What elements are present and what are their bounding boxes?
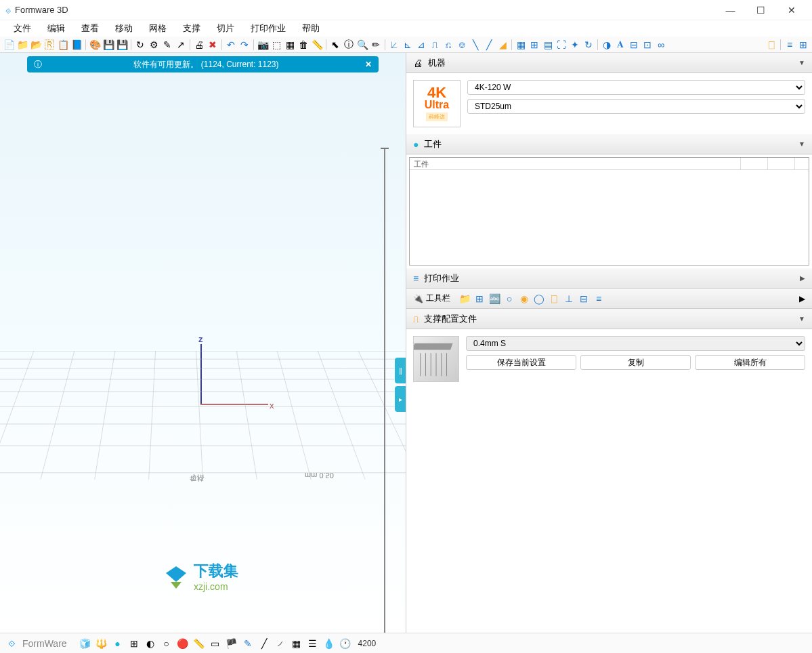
right-tool3-icon[interactable]: ⊞ bbox=[797, 39, 809, 51]
tb-icon-1[interactable]: 📁 bbox=[458, 293, 471, 305]
clock-icon[interactable]: 🕐 bbox=[339, 637, 351, 650]
angle3-icon[interactable]: ⊿ bbox=[415, 39, 427, 51]
side-tab-2[interactable]: ▸ bbox=[395, 386, 406, 412]
fork-icon[interactable]: 🔱 bbox=[95, 637, 108, 650]
flag-icon[interactable]: 🏴 bbox=[226, 637, 238, 650]
grid-icon[interactable]: ⊞ bbox=[128, 637, 140, 650]
notification-close-icon[interactable]: ✕ bbox=[365, 60, 372, 69]
trash-icon[interactable]: 🗑 bbox=[297, 39, 309, 51]
machine-select[interactable]: 4K-120 W bbox=[467, 80, 805, 95]
export-icon[interactable]: ↗ bbox=[175, 39, 187, 51]
angle2-icon[interactable]: ⊾ bbox=[402, 39, 414, 51]
grid3-icon[interactable]: ▤ bbox=[542, 39, 554, 51]
maximize-button[interactable]: ☐ bbox=[746, 0, 776, 20]
grid2-icon[interactable]: ⊞ bbox=[528, 39, 540, 51]
grid2-icon[interactable]: ▦ bbox=[291, 637, 303, 650]
measure-icon[interactable]: 📏 bbox=[311, 39, 323, 51]
support2-icon[interactable]: ⎌ bbox=[442, 39, 454, 51]
undo-icon[interactable]: ↶ bbox=[225, 39, 237, 51]
menu-mesh[interactable]: 网格 bbox=[141, 20, 175, 37]
print-icon[interactable]: 🖨 bbox=[193, 39, 205, 51]
line-icon[interactable]: ╱ bbox=[258, 637, 270, 650]
gear-icon[interactable]: ⚙ bbox=[148, 39, 160, 51]
slider-icon[interactable]: ◐ bbox=[144, 637, 156, 650]
tb-icon-6[interactable]: ◯ bbox=[533, 293, 545, 305]
book-icon[interactable]: 📘 bbox=[70, 39, 83, 51]
tb-icon-4[interactable]: ○ bbox=[503, 293, 515, 305]
drop-icon[interactable]: 💧 bbox=[323, 637, 335, 650]
expand-icon[interactable]: ▶ bbox=[800, 274, 805, 282]
save-settings-button[interactable]: 保存当前设置 bbox=[466, 355, 576, 370]
grid5-icon[interactable]: ✦ bbox=[569, 39, 581, 51]
tb-icon-10[interactable]: ≡ bbox=[593, 293, 605, 305]
right-tool1-icon[interactable]: ⎕ bbox=[765, 39, 777, 51]
minimize-button[interactable]: — bbox=[715, 0, 746, 20]
tb-icon-9[interactable]: ⊟ bbox=[578, 293, 590, 305]
panel-printjob-header[interactable]: ≡ 打印作业 ▶ bbox=[406, 268, 812, 289]
support4-icon[interactable]: ╲ bbox=[469, 39, 482, 51]
save-icon[interactable]: 💾 bbox=[102, 39, 114, 51]
palette-icon[interactable]: 🎨 bbox=[89, 39, 101, 51]
slash-icon[interactable]: ⟋ bbox=[274, 637, 286, 650]
delete-icon[interactable]: ✖ bbox=[207, 39, 219, 51]
support5-icon[interactable]: ╱ bbox=[483, 39, 495, 51]
panel-support-header[interactable]: ⎍ 支撑配置文件 ▼ bbox=[406, 309, 812, 329]
project-icon[interactable]: 📋 bbox=[57, 39, 69, 51]
support1-icon[interactable]: ⎍ bbox=[429, 39, 441, 51]
menu-file[interactable]: 文件 bbox=[5, 20, 39, 37]
select-icon[interactable]: ⬚ bbox=[270, 39, 282, 51]
edit-all-button[interactable]: 编辑所有 bbox=[695, 355, 805, 370]
profile-select[interactable]: STD25um bbox=[467, 99, 805, 114]
menu-slice[interactable]: 切片 bbox=[209, 20, 242, 37]
tb-icon-7[interactable]: ⎕ bbox=[548, 293, 560, 305]
close-button[interactable]: ✕ bbox=[776, 0, 807, 20]
expand-icon[interactable]: ▶ bbox=[799, 294, 805, 303]
search-icon[interactable]: 🔍 bbox=[356, 39, 368, 51]
collapse-icon[interactable]: ▼ bbox=[798, 59, 805, 66]
tb-icon-2[interactable]: ⊞ bbox=[473, 293, 486, 305]
new-icon[interactable]: 📄 bbox=[3, 39, 15, 51]
copy-button[interactable]: 复制 bbox=[580, 355, 691, 370]
side-tab-1[interactable]: ‖ bbox=[395, 358, 406, 383]
menu-view[interactable]: 查看 bbox=[73, 20, 107, 37]
open-plus-icon[interactable]: 📂 bbox=[30, 39, 42, 51]
angle1-icon[interactable]: ⟀ bbox=[388, 39, 400, 51]
tb-icon-8[interactable]: ⊥ bbox=[563, 293, 575, 305]
menu-printjob[interactable]: 打印作业 bbox=[242, 20, 294, 37]
recent-icon[interactable]: 🇷 bbox=[43, 39, 56, 51]
saveas-icon[interactable]: 💾 bbox=[116, 39, 128, 51]
parts-table[interactable]: 工件 bbox=[409, 157, 809, 266]
tb-icon-5[interactable]: ◉ bbox=[518, 293, 530, 305]
ruler-icon[interactable]: 📏 bbox=[193, 637, 205, 650]
textA-icon[interactable]: 𝐀 bbox=[614, 39, 626, 51]
array2-icon[interactable]: ⊡ bbox=[641, 39, 654, 51]
panel-parts-header[interactable]: ● 工件 ▼ bbox=[406, 134, 812, 154]
array-icon[interactable]: ⊟ bbox=[628, 39, 640, 51]
refresh-icon[interactable]: ↻ bbox=[134, 39, 146, 51]
pen-icon[interactable]: ✏ bbox=[370, 39, 382, 51]
redo-icon[interactable]: ↷ bbox=[238, 39, 251, 51]
open-icon[interactable]: 📁 bbox=[16, 39, 28, 51]
info-icon[interactable]: ⓘ bbox=[343, 39, 355, 51]
support-profile-select[interactable]: 0.4mm S bbox=[466, 336, 805, 351]
support6-icon[interactable]: ◢ bbox=[496, 39, 509, 51]
collapse-icon[interactable]: ▼ bbox=[798, 140, 805, 148]
pencil-icon[interactable]: ✎ bbox=[242, 637, 254, 650]
panel-machine-header[interactable]: 🖨 机器 ▼ bbox=[406, 53, 812, 73]
rotate-icon[interactable]: ↻ bbox=[582, 39, 595, 51]
box-icon[interactable]: ▦ bbox=[284, 39, 296, 51]
grid4-icon[interactable]: ⛶ bbox=[555, 39, 568, 51]
screenshot-icon[interactable]: 📷 bbox=[257, 39, 269, 51]
dot-icon[interactable]: ○ bbox=[161, 637, 173, 650]
link-icon[interactable]: ∞ bbox=[655, 39, 667, 51]
edit-icon[interactable]: ✎ bbox=[161, 39, 173, 51]
3d-viewport[interactable]: ⓘ 软件有可用更新。 (1124, Current: 1123) ✕ z x bbox=[0, 53, 406, 633]
layers-icon[interactable]: ☰ bbox=[307, 637, 319, 650]
pointer-icon[interactable]: ⬉ bbox=[329, 39, 341, 51]
cube-icon[interactable]: 🧊 bbox=[79, 637, 91, 650]
menu-help[interactable]: 帮助 bbox=[294, 20, 328, 37]
layer-slider[interactable] bbox=[384, 148, 385, 633]
right-tool2-icon[interactable]: ≡ bbox=[784, 39, 796, 51]
grid1-icon[interactable]: ▦ bbox=[515, 39, 527, 51]
mirror-icon[interactable]: ◑ bbox=[601, 39, 613, 51]
